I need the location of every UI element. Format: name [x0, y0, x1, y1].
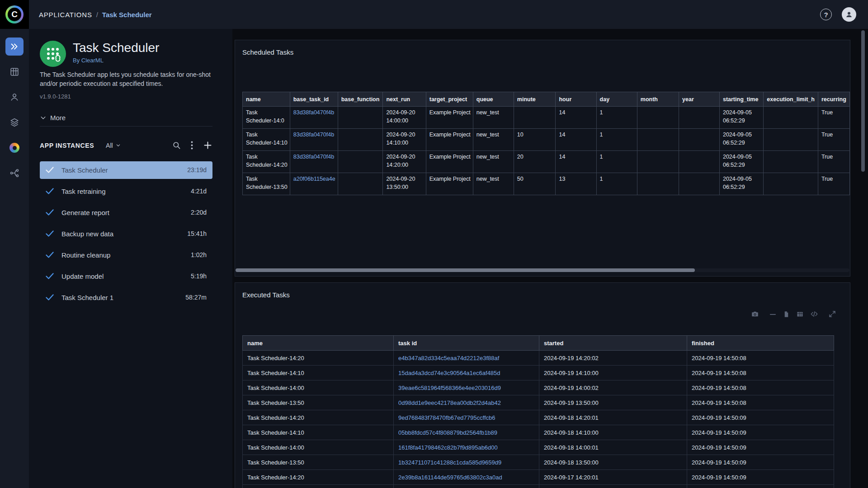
app-byline-link[interactable]: By ClearML [73, 57, 159, 64]
table-cell [637, 173, 679, 195]
check-icon [46, 188, 54, 194]
table-cell: 2024-09-19 14:50:09 [687, 470, 834, 485]
datasets-icon[interactable] [5, 113, 24, 131]
table-cell [764, 107, 818, 129]
code-icon[interactable] [810, 310, 818, 318]
table-cell: 2024-09-0506:52:29 [719, 107, 763, 129]
search-icon[interactable] [172, 141, 181, 150]
table-cell: 1 [596, 107, 637, 129]
table-cell: new_test [473, 173, 514, 195]
logo-letter: C [8, 8, 21, 21]
breadcrumb-applications[interactable]: APPLICATIONS [39, 11, 92, 19]
help-glyph: ? [824, 11, 828, 19]
table-cell [637, 107, 679, 129]
table-cell [539, 485, 687, 488]
header-row: namebase_task_idbase_functionnext_runtar… [243, 92, 850, 107]
table-cell: 2024-09-19 14:10:00 [539, 366, 687, 380]
minus-icon[interactable] [769, 310, 777, 318]
horizontal-scrollbar-track[interactable] [236, 268, 849, 272]
instance-row[interactable]: Backup new data15:41h [40, 225, 212, 243]
table-cell: 14 [556, 107, 596, 129]
task-id-link[interactable]: 05bb8fdcd57c4f808879bd2564fb1b89 [394, 425, 539, 440]
table-cell [514, 107, 556, 129]
add-instance-button[interactable] [203, 141, 212, 150]
projects-icon[interactable] [5, 63, 24, 81]
task-id-link[interactable]: 2e39b8a161144de59765d63802c3a0ad [394, 470, 539, 485]
table-cell: 2024-09-0506:52:29 [719, 173, 763, 195]
task-id-link[interactable]: 0d98dd1e9eec42178ea00db2f2d4ab42 [394, 395, 539, 410]
workers-icon[interactable] [5, 88, 24, 106]
table-cell: Example Project [426, 129, 473, 151]
file-icon[interactable] [783, 310, 790, 318]
table-cell: 2024-09-2014:20:00 [383, 151, 426, 173]
table-cell: 2024-09-18 13:50:00 [539, 455, 687, 470]
task-id-link[interactable]: 15dad4a3dcd74e3c90564a1ec6af485d [394, 366, 539, 380]
column-header: finished [687, 336, 834, 351]
breadcrumb-current: Task Scheduler [102, 11, 152, 19]
table-row: Task Scheduler-14:20e4b347a82d334c5eaa74… [243, 351, 834, 366]
table-cell: 2024-09-2014:00:00 [383, 107, 426, 129]
camera-icon[interactable] [751, 310, 759, 318]
instance-row[interactable]: Generate report2:20d [40, 204, 212, 221]
app-description: The Task Scheduler app lets you schedule… [40, 70, 212, 89]
breadcrumb: APPLICATIONS / Task Scheduler [39, 11, 152, 19]
table-cell: 2024-09-19 14:50:09 [687, 410, 834, 425]
user-avatar[interactable] [842, 7, 856, 22]
app-title-block: Task Scheduler By ClearML [73, 41, 159, 67]
kebab-menu-icon[interactable] [191, 141, 193, 150]
applications-icon[interactable] [5, 38, 24, 56]
check-icon [46, 230, 54, 237]
check-icon [46, 209, 54, 216]
instance-duration: 23:19d [187, 166, 207, 174]
app-instances-label: APP INSTANCES [40, 142, 94, 149]
task-id-link[interactable]: a20f06b115ea4e [290, 173, 338, 195]
task-id-link[interactable]: e4b347a82d334c5eaa74d2212e3f88af [394, 351, 539, 366]
table-icon[interactable] [796, 310, 804, 318]
column-header: year [679, 92, 720, 107]
column-header: starting_time [719, 92, 763, 107]
instance-row[interactable]: Task Scheduler23:19d [40, 161, 212, 179]
column-header: task id [394, 336, 539, 351]
task-id-link[interactable]: 83d38fa0470f4b [290, 151, 338, 173]
instances-actions [172, 141, 212, 150]
table-cell: 50 [514, 173, 556, 195]
pipelines-icon[interactable] [5, 164, 24, 182]
table-cell: Task Scheduler-13:50 [243, 395, 394, 410]
person-icon [845, 10, 853, 19]
table-cell [338, 151, 383, 173]
task-id-link[interactable]: 39eae6c581964f568366e4ee203016d9 [394, 380, 539, 395]
more-toggle[interactable]: More [40, 113, 212, 122]
instance-row[interactable]: Routine cleanup1:02h [40, 246, 212, 264]
instance-row[interactable]: Update model5:19h [40, 267, 212, 285]
table-row [243, 485, 834, 488]
instance-row[interactable]: Task retraining4:21d [40, 183, 212, 200]
table-cell: 2024-09-0506:52:29 [719, 129, 763, 151]
instance-name: Task Scheduler [61, 166, 108, 174]
vertical-scrollbar-thumb[interactable] [861, 30, 865, 172]
instance-duration: 15:41h [187, 230, 207, 237]
table-row: Task Scheduler-14:1005bb8fdcd57c4f808879… [243, 425, 834, 440]
instances-filter-dropdown[interactable]: All [106, 142, 121, 149]
hyperdatasets-icon[interactable] [5, 139, 24, 157]
expand-icon[interactable] [828, 310, 836, 318]
table-cell: 20 [514, 151, 556, 173]
instance-name: Generate report [61, 209, 109, 216]
table-cell: 2024-09-19 14:20:02 [539, 351, 687, 366]
task-id-link[interactable]: 1b324711071c41288c1cda585d9659d9 [394, 455, 539, 470]
task-id-link[interactable]: 9ed768483f78470fb67ed7795ccffcb6 [394, 410, 539, 425]
horizontal-scrollbar-thumb[interactable] [236, 268, 695, 272]
table-cell [679, 107, 720, 129]
instance-name: Backup new data [61, 230, 113, 238]
check-icon [46, 167, 54, 173]
check-icon [46, 273, 54, 279]
table-row: TaskScheduler-14:083d38fa0470f4b2024-09-… [243, 107, 850, 129]
plot-toolbar [751, 310, 836, 318]
task-id-link[interactable]: 83d38fa0470f4b [290, 129, 338, 151]
task-id-link[interactable]: 83d38fa0470f4b [290, 107, 338, 129]
table-cell: 2024-09-17 14:20:01 [539, 470, 687, 485]
column-header: name [243, 336, 394, 351]
instance-row[interactable]: Task Scheduler 158:27m [40, 289, 212, 306]
clearml-logo[interactable]: C [0, 0, 29, 29]
help-icon[interactable]: ? [820, 9, 832, 20]
task-id-link[interactable]: 161f8fa41798462c82b7f9d895ab6d00 [394, 440, 539, 455]
